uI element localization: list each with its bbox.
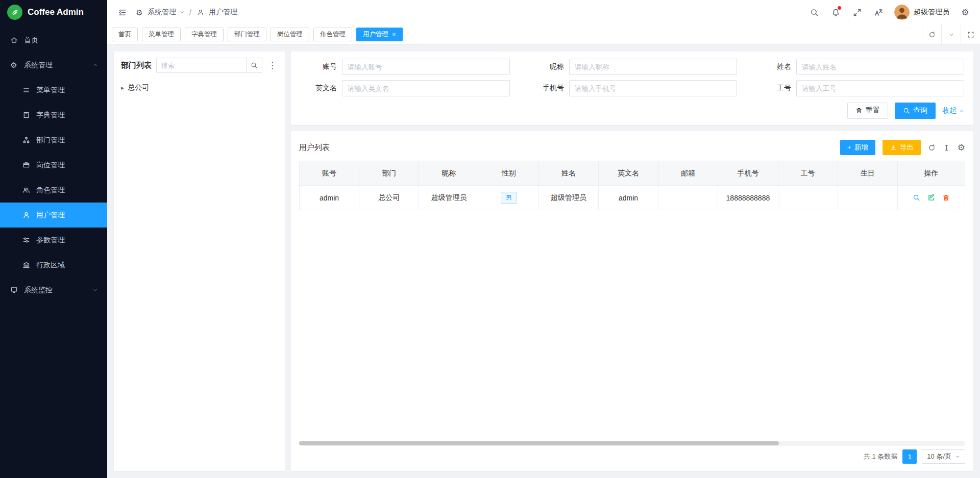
sidebar-item-param-mgmt[interactable]: 参数管理: [0, 228, 107, 253]
sidebar-group-system[interactable]: ⚙ 系统管理: [0, 53, 107, 78]
list-title: 用户列表: [299, 143, 330, 153]
user-icon: [21, 211, 31, 219]
chevron-down-icon[interactable]: [941, 24, 961, 44]
tab-role-mgmt[interactable]: 角色管理: [313, 28, 352, 41]
export-button[interactable]: 导出: [883, 140, 921, 155]
avatar: [894, 5, 910, 20]
sidebar-item-home[interactable]: 首页: [0, 28, 107, 53]
nickname-input[interactable]: [569, 59, 737, 75]
more-options-icon[interactable]: ⋮: [267, 61, 278, 70]
download-icon: [890, 144, 897, 151]
sidebar-item-label: 角色管理: [36, 186, 65, 195]
field-label: 姓名: [754, 62, 791, 71]
sidebar: Coffee Admin 首页 ⚙ 系统管理: [0, 0, 107, 478]
form-item-nickname: 昵称: [527, 59, 737, 75]
sidebar-item-label: 岗位管理: [36, 161, 65, 170]
notifications-bell-icon[interactable]: [830, 7, 841, 18]
tab-dept-mgmt[interactable]: 部门管理: [228, 28, 266, 41]
dept-search-input[interactable]: [156, 58, 246, 73]
sidebar-item-user-mgmt[interactable]: 用户管理: [0, 203, 107, 228]
column-header-name: 姓名: [538, 161, 598, 186]
breadcrumb: ⚙ 系统管理 / 用户管理: [135, 8, 237, 17]
sidebar-item-menu-mgmt[interactable]: 菜单管理: [0, 78, 107, 103]
sidebar-group-label: 系统监控: [24, 286, 53, 295]
caret-right-icon[interactable]: ▸: [121, 85, 124, 91]
sidebar-item-label: 菜单管理: [36, 86, 65, 95]
phone-input[interactable]: [569, 80, 737, 96]
column-header-nickname: 昵称: [419, 161, 479, 186]
collapse-toggle[interactable]: 收起: [942, 106, 964, 115]
tab-post-mgmt[interactable]: 岗位管理: [271, 28, 309, 41]
close-icon[interactable]: ×: [392, 31, 396, 38]
cell-nickname: 超级管理员: [419, 186, 479, 210]
table-settings-gear-icon[interactable]: ⚙: [958, 143, 965, 152]
sidebar-collapse-icon[interactable]: [116, 7, 128, 18]
sidebar-item-dept-mgmt[interactable]: 部门管理: [0, 128, 107, 153]
add-user-button[interactable]: + 新增: [840, 140, 875, 155]
cell-account: admin: [300, 186, 359, 210]
form-item-work-no: 工号: [754, 80, 964, 96]
cell-dept: 总公司: [359, 186, 419, 210]
sidebar-group-monitor[interactable]: 系统监控: [0, 278, 107, 303]
tab-dict-mgmt[interactable]: 字典管理: [185, 28, 224, 41]
chevron-down-icon: [955, 454, 960, 459]
table-row[interactable]: admin 总公司 超级管理员 男 超级管理员 admin 188: [300, 186, 965, 210]
current-user-name: 超级管理员: [914, 8, 949, 17]
settings-gear-icon[interactable]: ⚙: [960, 7, 971, 18]
tree-node-label: 总公司: [128, 83, 149, 92]
sidebar-item-region-mgmt[interactable]: 行政区域: [0, 253, 107, 278]
open-tabs: 首页 菜单管理 字典管理 部门管理 岗位管理 角色管理 用户管理 ×: [112, 24, 922, 44]
refresh-icon[interactable]: [928, 144, 936, 152]
scrollbar-thumb[interactable]: [299, 441, 779, 445]
cell-gender: 男: [479, 186, 538, 210]
user-table: 账号 部门 昵称 性别 姓名 英文名 邮箱 手机号 工号 生日: [299, 161, 965, 210]
page-size-select[interactable]: 10 条/页: [922, 449, 965, 464]
column-header-birthday: 生日: [838, 161, 897, 186]
search-actions: 重置 查询 收起: [300, 103, 964, 119]
refresh-icon[interactable]: [922, 24, 941, 44]
gear-icon: ⚙: [135, 9, 144, 16]
sidebar-item-dict-mgmt[interactable]: 字典管理: [0, 103, 107, 128]
delete-user-icon[interactable]: [942, 194, 950, 202]
search-icon[interactable]: [808, 7, 820, 18]
sidebar-item-role-mgmt[interactable]: 角色管理: [0, 178, 107, 203]
table-area: 账号 部门 昵称 性别 姓名 英文名 邮箱 手机号 工号 生日: [299, 161, 965, 467]
column-header-actions: 操作: [898, 161, 965, 186]
tab-home[interactable]: 首页: [112, 28, 138, 41]
logo-leaf-icon: [7, 5, 22, 20]
content-fullscreen-icon[interactable]: [961, 24, 980, 44]
en-name-input[interactable]: [342, 80, 510, 96]
column-settings-icon[interactable]: [943, 144, 950, 152]
table-header-row: 账号 部门 昵称 性别 姓名 英文名 邮箱 手机号 工号 生日: [300, 161, 965, 186]
query-button[interactable]: 查询: [895, 103, 936, 119]
name-input[interactable]: [796, 59, 964, 75]
cell-phone: 18888888888: [718, 186, 778, 210]
edit-user-icon[interactable]: [927, 194, 935, 202]
tab-user-mgmt[interactable]: 用户管理 ×: [356, 28, 403, 41]
user-menu[interactable]: 超级管理员: [894, 5, 949, 20]
view-user-icon[interactable]: [913, 194, 920, 202]
tree-node-root[interactable]: ▸ 总公司: [121, 80, 278, 95]
chevron-up-icon: [959, 108, 964, 114]
breadcrumb-page: 用户管理: [209, 8, 237, 17]
page-number[interactable]: 1: [902, 449, 917, 464]
list-tools: + 新增 导出: [840, 140, 965, 155]
pagination: 共 1 条数据 1 10 条/页: [299, 446, 965, 467]
work-no-input[interactable]: [796, 80, 964, 96]
user-list-card: 用户列表 + 新增 导出: [291, 131, 973, 471]
reset-button[interactable]: 重置: [847, 103, 888, 119]
sidebar-item-post-mgmt[interactable]: 岗位管理: [0, 153, 107, 178]
account-input[interactable]: [342, 59, 510, 75]
dept-panel-header: 部门列表 ⋮: [121, 58, 278, 73]
translate-icon[interactable]: [873, 7, 884, 18]
chevron-down-icon[interactable]: [180, 10, 185, 15]
breadcrumb-section[interactable]: 系统管理: [148, 8, 176, 17]
search-icon[interactable]: [246, 58, 262, 73]
tab-menu-mgmt[interactable]: 菜单管理: [142, 28, 181, 41]
sidebar-item-label: 用户管理: [36, 211, 65, 220]
fullscreen-icon[interactable]: [851, 7, 863, 18]
main-area: ⚙ 系统管理 / 用户管理: [107, 0, 980, 478]
field-label: 账号: [300, 62, 337, 71]
logo[interactable]: Coffee Admin: [0, 0, 107, 24]
top-header: ⚙ 系统管理 / 用户管理: [107, 0, 980, 24]
